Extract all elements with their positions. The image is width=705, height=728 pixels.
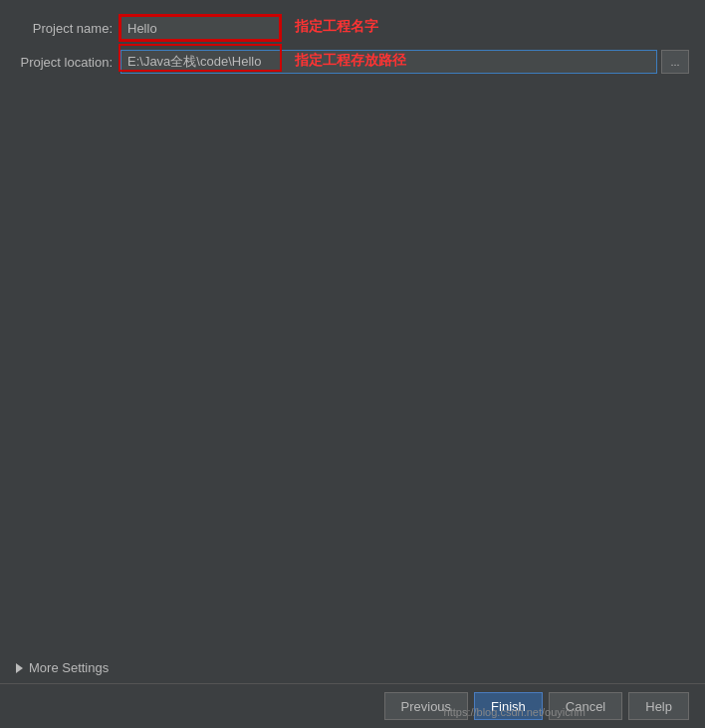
more-settings-icon bbox=[16, 663, 23, 673]
footer-bar: Previous Finish Cancel Help bbox=[0, 683, 705, 728]
project-location-row: Project location: ... bbox=[16, 50, 689, 74]
previous-button[interactable]: Previous bbox=[384, 692, 469, 720]
help-button[interactable]: Help bbox=[628, 692, 689, 720]
form-wrapper: Project name: Project location: ... 指定工程… bbox=[16, 16, 689, 84]
browse-button[interactable]: ... bbox=[661, 50, 689, 74]
project-location-label: Project location: bbox=[16, 55, 120, 70]
more-settings-label: More Settings bbox=[29, 660, 109, 675]
project-name-label: Project name: bbox=[16, 21, 120, 36]
cancel-button[interactable]: Cancel bbox=[549, 692, 622, 720]
more-settings-toggle[interactable]: More Settings bbox=[0, 652, 705, 683]
main-container: Project name: Project location: ... 指定工程… bbox=[0, 0, 705, 728]
project-name-row: Project name: bbox=[16, 16, 689, 40]
project-name-input[interactable] bbox=[120, 16, 280, 40]
bottom-section: More Settings Previous Finish Cancel Hel… bbox=[0, 652, 705, 728]
content-area bbox=[16, 84, 689, 728]
finish-button[interactable]: Finish bbox=[474, 692, 543, 720]
project-location-input[interactable] bbox=[120, 50, 657, 74]
